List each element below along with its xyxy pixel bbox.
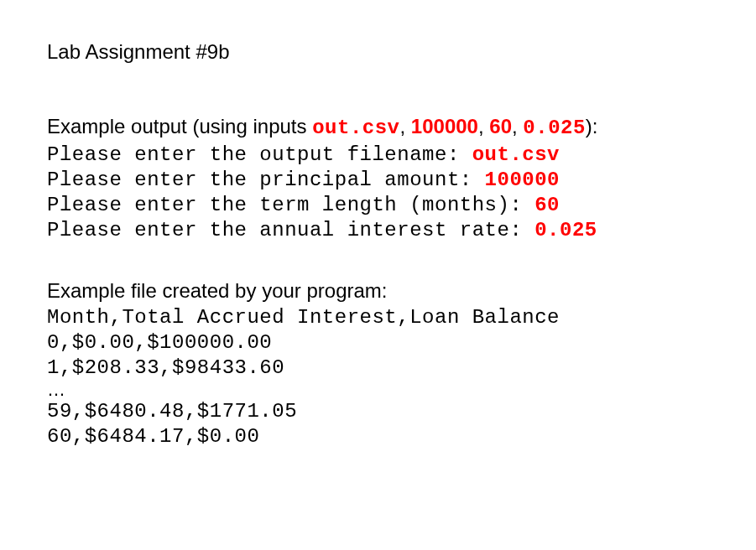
prompt-value: 60 <box>534 194 560 216</box>
prompt-label: Please enter the annual interest rate: <box>47 219 534 241</box>
prompt-line: Please enter the annual interest rate: 0… <box>47 218 709 243</box>
prompt-label: Please enter the term length (months): <box>47 194 534 216</box>
prompt-value: out.csv <box>472 143 560 166</box>
heading-suffix: ): <box>586 115 598 138</box>
example-file-section: Example file created by your program: Mo… <box>47 278 709 449</box>
example-output-heading: Example output (using inputs out.csv, 10… <box>47 114 709 141</box>
document-page: Lab Assignment #9b Example output (using… <box>0 0 756 490</box>
example-output-section: Example output (using inputs out.csv, 10… <box>47 114 709 243</box>
csv-row: 59,$6480.48,$1771.05 <box>47 399 709 424</box>
prompt-value: 0.025 <box>534 219 597 241</box>
prompt-label: Please enter the output filename: <box>47 143 472 166</box>
sep: , <box>512 115 523 138</box>
csv-header: Month,Total Accrued Interest,Loan Balanc… <box>47 305 709 330</box>
assignment-title: Lab Assignment #9b <box>47 40 709 64</box>
input-rate: 0.025 <box>523 117 586 139</box>
prompt-line: Please enter the principal amount: 10000… <box>47 168 709 193</box>
input-principal: 100000 <box>411 115 478 138</box>
prompt-label: Please enter the principal amount: <box>47 169 485 191</box>
prompt-value: 100000 <box>485 169 560 191</box>
example-file-heading: Example file created by your program: <box>47 278 709 304</box>
csv-row: 1,$208.33,$98433.60 <box>47 355 709 381</box>
input-filename: out.csv <box>312 117 399 139</box>
sep: , <box>400 115 411 138</box>
input-term: 60 <box>489 115 512 138</box>
prompt-line: Please enter the output filename: out.cs… <box>47 143 709 168</box>
csv-row: 0,$0.00,$100000.00 <box>47 330 709 355</box>
csv-row: 60,$6484.17,$0.00 <box>47 424 709 449</box>
prompt-line: Please enter the term length (months): 6… <box>47 193 709 218</box>
heading-prefix: Example output (using inputs <box>47 115 312 138</box>
sep: , <box>478 115 489 138</box>
ellipsis: … <box>47 381 709 399</box>
